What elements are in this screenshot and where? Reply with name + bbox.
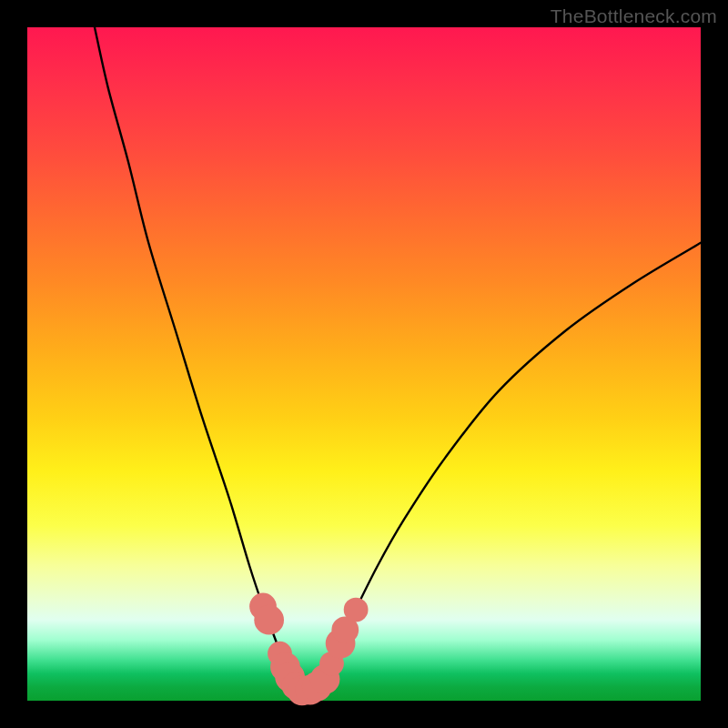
chart-overlay: [27, 27, 701, 701]
curve-marker: [254, 605, 284, 635]
curve-marker: [344, 598, 369, 622]
marker-group: [249, 593, 368, 706]
watermark-text: TheBottleneck.com: [551, 5, 717, 27]
bottleneck-curve: [95, 27, 701, 691]
